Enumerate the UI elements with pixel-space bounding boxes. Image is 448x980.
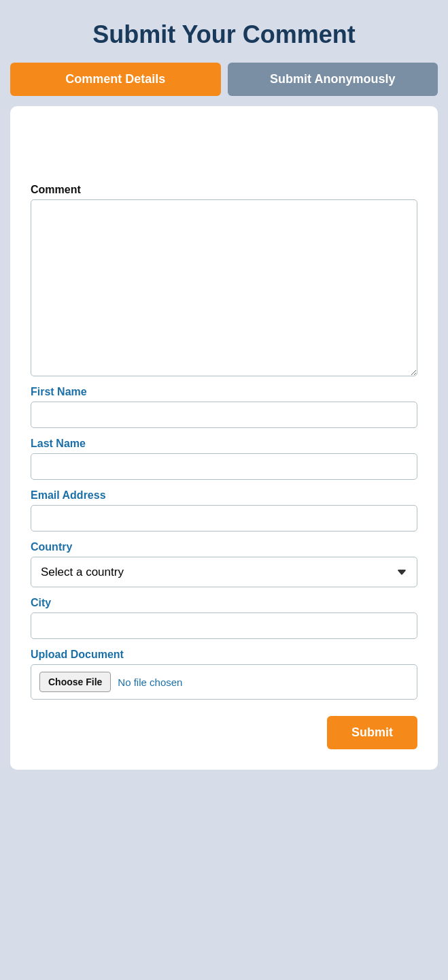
city-input[interactable] bbox=[31, 612, 417, 639]
no-file-text: No file chosen bbox=[118, 676, 182, 688]
tab-comment-details[interactable]: Comment Details bbox=[10, 63, 221, 96]
submit-button[interactable]: Submit bbox=[327, 716, 417, 749]
country-label: Country bbox=[31, 541, 417, 553]
first-name-label: First Name bbox=[31, 386, 417, 398]
submit-row: Submit bbox=[31, 716, 417, 749]
tab-submit-anonymously[interactable]: Submit Anonymously bbox=[228, 63, 438, 96]
first-name-input[interactable] bbox=[31, 402, 417, 428]
city-field-group: City bbox=[31, 597, 417, 639]
file-upload-wrapper: Choose File No file chosen bbox=[31, 664, 417, 700]
email-input[interactable] bbox=[31, 505, 417, 532]
form-card: Comment First Name Last Name Email Addre… bbox=[10, 106, 438, 770]
form-spacer bbox=[31, 120, 417, 174]
comment-label: Comment bbox=[31, 184, 417, 196]
choose-file-button[interactable]: Choose File bbox=[39, 672, 111, 692]
email-field-group: Email Address bbox=[31, 489, 417, 532]
comment-field-group: Comment bbox=[31, 184, 417, 376]
first-name-field-group: First Name bbox=[31, 386, 417, 428]
last-name-field-group: Last Name bbox=[31, 438, 417, 480]
country-select[interactable]: Select a country United States Canada Un… bbox=[31, 557, 417, 587]
last-name-input[interactable] bbox=[31, 453, 417, 480]
page-title: Submit Your Comment bbox=[92, 20, 356, 49]
email-label: Email Address bbox=[31, 489, 417, 502]
comment-input[interactable] bbox=[31, 199, 417, 376]
tab-bar: Comment Details Submit Anonymously bbox=[10, 63, 438, 96]
country-field-group: Country Select a country United States C… bbox=[31, 541, 417, 587]
city-label: City bbox=[31, 597, 417, 609]
upload-field-group: Upload Document Choose File No file chos… bbox=[31, 649, 417, 700]
last-name-label: Last Name bbox=[31, 438, 417, 450]
upload-label: Upload Document bbox=[31, 649, 417, 661]
